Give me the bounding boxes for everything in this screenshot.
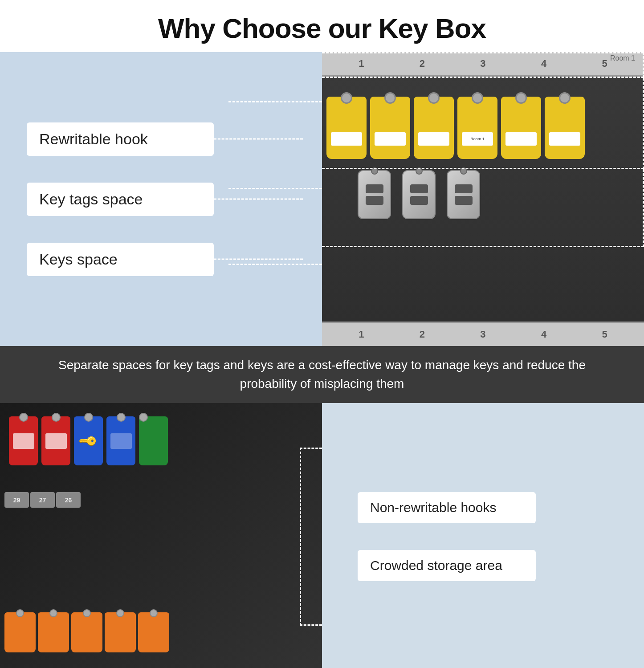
car-key-1: [358, 170, 391, 219]
orange-tag-5: [138, 612, 169, 652]
dashed-line-bottom: [300, 624, 322, 626]
crowded-box-sim: 🔑 29 27 26: [0, 403, 322, 668]
crowded-photo-panel: 🔑 29 27 26: [0, 403, 322, 668]
hook-num-3: 3: [452, 58, 514, 69]
hooks-row-top: Room 1 1 2 3 4 5: [322, 52, 644, 77]
room1-label: Room 1: [462, 132, 493, 146]
yellow-tag-1: [326, 97, 367, 159]
spacer: [322, 224, 644, 322]
hook-num-4: 4: [514, 58, 575, 69]
yellow-tag-6: [545, 97, 585, 159]
room-label-top: Room 1: [610, 54, 635, 62]
num-tag-27: 27: [30, 492, 55, 508]
main-title: Why Choose our Key Box: [0, 0, 644, 52]
keys-space-label: Keys space: [27, 243, 214, 276]
green-tag-1: [139, 416, 168, 465]
key-box-photo-panel: Room 1 1 2 3 4 5: [322, 52, 644, 346]
num-tag-26: 26: [56, 492, 81, 508]
top-comparison-section: Rewritable hook Key tags space Keys spac…: [0, 52, 644, 346]
rewritable-hook-label: Rewritable hook: [27, 122, 214, 156]
right-labels-panel: Non-rewritable hooks Crowded storage are…: [322, 403, 644, 668]
left-features-panel: Rewritable hook Key tags space Keys spac…: [0, 52, 322, 346]
num-tag-29: 29: [4, 492, 29, 508]
bottom-comparison-section: 🔑 29 27 26: [0, 403, 644, 668]
yellow-key-tags-area: Room 1: [322, 77, 644, 166]
yellow-tag-5: [501, 97, 541, 159]
blue-tag-2: [106, 416, 135, 465]
blue-tag-1: 🔑: [74, 416, 103, 465]
orange-tag-1: [4, 612, 36, 652]
crowded-storage-label: Crowded storage area: [358, 550, 536, 581]
car-keys-area: [322, 166, 644, 224]
hook-bot-3: 3: [452, 329, 514, 340]
top-caption-bar: Separate spaces for key tags and keys ar…: [0, 346, 644, 403]
hook-bot-4: 4: [514, 329, 575, 340]
orange-tag-4: [105, 612, 136, 652]
mixed-tags-top: 🔑: [0, 403, 322, 470]
car-key-2: [402, 170, 436, 219]
red-tag-1: [9, 416, 38, 465]
hook-bot-5: 5: [574, 329, 635, 340]
hook-bot-1: 1: [331, 329, 392, 340]
hooks-row-bottom: 1 2 3 4 5: [322, 322, 644, 346]
orange-tags-row: [4, 612, 169, 652]
yellow-tag-4: Room 1: [457, 97, 497, 159]
hook-bot-2: 2: [392, 329, 453, 340]
number-tags-row: 29 27 26: [4, 492, 81, 508]
key-box-interior: Room 1 1 2 3 4 5: [322, 52, 644, 346]
non-rewritable-label: Non-rewritable hooks: [358, 492, 536, 523]
page-wrapper: Why Choose our Key Box Rewritable hook K…: [0, 0, 644, 668]
red-tag-2: [41, 416, 70, 465]
yellow-tag-2: [370, 97, 410, 159]
car-key-3: [447, 170, 480, 219]
yellow-tag-3: [414, 97, 454, 159]
dashed-line-vertical: [300, 448, 301, 626]
key-tags-space-label: Key tags space: [27, 183, 214, 216]
orange-tag-2: [38, 612, 69, 652]
hook-num-2: 2: [392, 58, 453, 69]
orange-tag-3: [71, 612, 102, 652]
hook-num-1: 1: [331, 58, 392, 69]
